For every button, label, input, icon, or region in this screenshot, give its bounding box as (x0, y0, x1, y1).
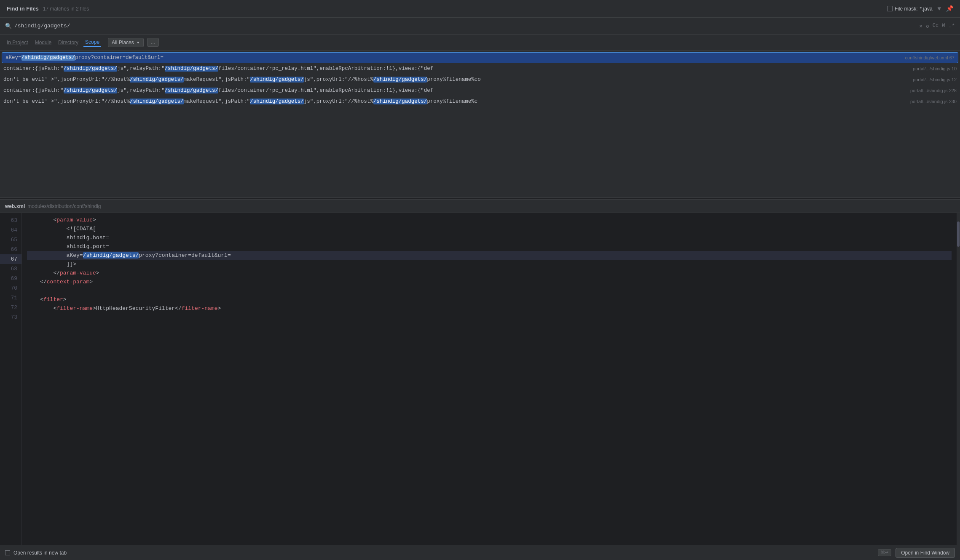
line-numbers: 63 64 65 66 67 68 69 70 71 72 73 (0, 213, 22, 560)
code-line (27, 286, 952, 295)
result-file-info: portal/.../shindig.js 10 (913, 66, 960, 71)
line-number: 63 (0, 216, 21, 225)
clear-search-icon[interactable]: ✕ (919, 23, 922, 29)
find-match-count: 17 matches in 2 files (43, 6, 887, 12)
highlight-match: /shindig/gadgets/ (373, 99, 427, 104)
result-text: don't be evil' >",jsonProxyUrl:"//%host%… (3, 99, 907, 104)
search-icon: 🔍 (5, 23, 12, 29)
open-new-tab-checkbox[interactable] (5, 550, 10, 555)
find-in-files-panel: Find in Files 17 matches in 2 files File… (0, 0, 960, 198)
highlight-match: /shindig/gadgets/ (165, 88, 219, 93)
highlight-match: /shindig/gadgets/ (130, 99, 184, 104)
highlight-match: /shindig/gadgets/ (64, 88, 118, 93)
result-row[interactable]: container:{jsPath:"/shindig/gadgets/js",… (0, 85, 960, 96)
line-number: 66 (0, 245, 21, 254)
result-file-info: portal/.../shindig.js 12 (913, 77, 960, 82)
file-mask-value: *.java (920, 6, 933, 12)
tab-module[interactable]: Module (33, 39, 53, 46)
code-line: ]]> (27, 260, 952, 269)
filter-icon[interactable]: ▼ (938, 5, 941, 12)
code-file-name: web.xml (5, 203, 25, 209)
code-line: <![CDATA[ (27, 224, 952, 233)
header-right-controls: File mask: *.java ▼ 📌 (887, 5, 953, 12)
highlight-match: /shindig/gadgets/ (165, 66, 219, 72)
code-line-active: aKey=/shindig/gadgets/proxy?container=de… (27, 251, 952, 260)
highlight-match: /shindig/gadgets/ (250, 77, 304, 83)
scrollbar[interactable] (957, 213, 960, 560)
regex-icon[interactable]: .* (948, 23, 955, 29)
line-number: 71 (0, 293, 21, 303)
find-header: Find in Files 17 matches in 2 files File… (0, 0, 960, 18)
result-text: don't be evil' >",jsonProxyUrl:"//%host%… (3, 77, 909, 83)
result-text: container:{jsPath:"/shindig/gadgets/js",… (3, 88, 907, 93)
line-number: 70 (0, 283, 21, 293)
code-area[interactable]: 63 64 65 66 67 68 69 70 71 72 73 <param-… (0, 213, 960, 560)
line-number: 73 (0, 312, 21, 322)
code-line: <filter> (27, 295, 952, 304)
search-actions: ✕ ↺ Cc W .* (919, 23, 955, 29)
result-file-info: portal/.../shindig.js 228 (910, 88, 960, 93)
code-line: </context-param> (27, 277, 952, 286)
search-input[interactable]: /shindig/gadgets/ (14, 23, 919, 29)
result-file-info: portal/.../shindig.js 230 (910, 99, 960, 104)
code-line: </param-value> (27, 269, 952, 277)
line-number: 69 (0, 274, 21, 283)
status-left: Open results in new tab (5, 550, 67, 556)
code-content: <param-value> <![CDATA[ shindig.host= sh… (22, 213, 957, 560)
line-number: 64 (0, 225, 21, 235)
case-sensitive-icon[interactable]: Cc (933, 23, 939, 29)
result-row[interactable]: aKey=/shindig/gadgets/proxy?container=de… (2, 52, 958, 63)
code-file-path: modules/distribution/conf/shindig (27, 203, 101, 209)
highlight-match: /shindig/gadgets/ (21, 55, 75, 61)
open-find-window-button[interactable]: Open in Find Window (896, 548, 955, 558)
line-number: 65 (0, 235, 21, 245)
file-mask-label: File mask: *.java (887, 6, 933, 12)
chevron-down-icon: ▾ (137, 39, 140, 46)
file-mask-checkbox[interactable] (887, 6, 893, 11)
tab-in-project[interactable]: In Project (5, 39, 30, 46)
code-line: <filter-name>HttpHeaderSecurityFilter</f… (27, 304, 952, 313)
search-bar: 🔍 /shindig/gadgets/ ✕ ↺ Cc W .* (0, 18, 960, 35)
line-number: 72 (0, 303, 21, 312)
scope-bar: In Project Module Directory Scope All Pl… (0, 35, 960, 51)
line-number-active: 67 (0, 254, 21, 264)
highlight-match: /shindig/gadgets/ (64, 66, 118, 72)
code-line: shindig.host= (27, 233, 952, 242)
scrollbar-thumb[interactable] (957, 221, 960, 247)
line-number: 68 (0, 264, 21, 274)
result-row[interactable]: don't be evil' >",jsonProxyUrl:"//%host%… (0, 74, 960, 85)
result-row[interactable]: container:{jsPath:"/shindig/gadgets/js",… (0, 63, 960, 74)
result-text: container:{jsPath:"/shindig/gadgets/js",… (3, 66, 909, 72)
scope-dropdown-label: All Places (112, 40, 134, 45)
tab-scope[interactable]: Scope (83, 38, 101, 47)
code-line: <param-value> (27, 216, 952, 224)
whole-word-icon[interactable]: W (942, 23, 945, 29)
code-highlight: /shindig/gadgets/ (83, 252, 139, 259)
find-panel-title: Find in Files (7, 5, 39, 12)
shortcut-label: ⌘↵ (878, 549, 891, 556)
highlight-match: /shindig/gadgets/ (250, 99, 304, 104)
highlight-match: /shindig/gadgets/ (373, 77, 427, 83)
pin-icon[interactable]: 📌 (946, 5, 953, 12)
scope-more-button[interactable]: ... (147, 38, 159, 47)
highlight-match: /shindig/gadgets/ (130, 77, 184, 83)
result-row[interactable]: don't be evil' >",jsonProxyUrl:"//%host%… (0, 96, 960, 107)
result-file-info: conf/shindig/web.xml 67 (905, 55, 958, 60)
refresh-icon[interactable]: ↺ (926, 23, 929, 29)
code-panel-header: web.xml modules/distribution/conf/shindi… (0, 200, 960, 213)
status-bar: Open results in new tab ⌘↵ Open in Find … (0, 545, 960, 560)
result-text: aKey=/shindig/gadgets/proxy?container=de… (5, 55, 902, 61)
results-area[interactable]: aKey=/shindig/gadgets/proxy?container=de… (0, 51, 960, 197)
tab-directory[interactable]: Directory (56, 39, 80, 46)
code-panel: web.xml modules/distribution/conf/shindi… (0, 200, 960, 560)
status-right: ⌘↵ Open in Find Window (878, 548, 955, 558)
open-new-tab-label: Open results in new tab (13, 550, 67, 556)
code-line: shindig.port= (27, 242, 952, 251)
scope-dropdown[interactable]: All Places ▾ (108, 38, 144, 47)
